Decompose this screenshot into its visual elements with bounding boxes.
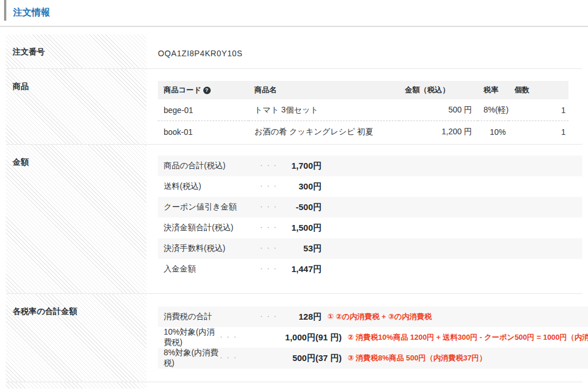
amount-label: 金額 — [13, 157, 146, 167]
amount-row-label: 決済手数料(税込) — [164, 243, 258, 254]
dots-leader: ・・・ — [258, 162, 276, 170]
amount-row-value: 300円 — [276, 181, 322, 192]
section-products: 商品 商品コード? 商品名 金額（税込） 税率 個数 bege-01 — [6, 69, 582, 145]
section-amount: 金額 商品の合計(税込) ・・・ 1,700円 送料(税込) ・・・ 300円 … — [6, 145, 582, 294]
product-code: bege-01 — [158, 99, 249, 121]
amount-row-coupon: クーポン値引き金額 ・・・ -500円 — [158, 197, 582, 218]
amount-content: 商品の合計(税込) ・・・ 1,700円 送料(税込) ・・・ 300円 クーポ… — [158, 145, 582, 293]
section-tax-totals: 各税率の合計金額 消費税の合計 ・・・ 128円 ① ②の内消費税 + ③の内消… — [6, 294, 582, 382]
product-name: お酒の肴 クッキングレシピ 初夏 — [249, 121, 399, 143]
dots-leader: ・・・ — [218, 354, 235, 362]
section-order-number: 注文番号 OQA1ZI8P4KR0Y10S — [6, 34, 582, 69]
dots-leader: ・・・ — [258, 265, 276, 273]
product-price: 500 円 — [399, 99, 478, 121]
tax-row-total: 消費税の合計 ・・・ 128円 ① ②の内消費税 + ③の内消費税 — [158, 306, 588, 327]
amount-row-fee: 決済手数料(税込) ・・・ 53円 — [158, 238, 582, 259]
dots-leader: ・・・ — [258, 203, 276, 211]
tax-row-label: 消費税の合計 — [164, 312, 258, 322]
tax-row-value: 1,000円(91 円) — [235, 332, 342, 343]
amount-row-label: クーポン値引き金額 — [164, 202, 258, 212]
amount-row-shipping: 送料(税込) ・・・ 300円 — [158, 176, 582, 197]
amount-row-payment-total: 決済金額合計(税込) ・・・ 1,500円 — [158, 218, 582, 238]
products-header-row: 商品コード? 商品名 金額（税込） 税率 個数 — [158, 81, 568, 99]
amount-row-deposit: 入金金額 ・・・ 1,447円 — [158, 259, 582, 280]
page-title: 注文情報 — [13, 6, 588, 19]
amount-row-subtotal: 商品の合計(税込) ・・・ 1,700円 — [158, 156, 582, 176]
products-table: 商品コード? 商品名 金額（税込） 税率 個数 bege-01 トマト 3個セッ… — [158, 81, 568, 142]
tax-row-8pct: 8%対象(内消費税) ・・・ 500円(37 円) ③ 消費税8%商品 500円… — [158, 348, 588, 368]
col-header-product-name: 商品名 — [249, 81, 399, 99]
tax-row-value: 128円 — [276, 312, 322, 323]
amount-row-label: 決済金額合計(税込) — [164, 223, 258, 233]
dots-leader: ・・・ — [218, 333, 235, 341]
next-stub-content — [158, 382, 582, 392]
amount-row-label: 入金金額 — [164, 264, 258, 274]
order-number-value: OQA1ZI8P4KR0Y10S — [158, 49, 242, 58]
dots-leader: ・・・ — [258, 183, 276, 191]
product-code: book-01 — [158, 121, 249, 143]
tax-row-10pct: 10%対象(内消費税) ・・・ 1,000円(91 円) ② 消費税10%商品 … — [158, 327, 588, 348]
tax-totals-content: 消費税の合計 ・・・ 128円 ① ②の内消費税 + ③の内消費税 10%対象(… — [158, 294, 588, 382]
product-qty: 1 — [509, 99, 568, 121]
amount-row-value: 53円 — [276, 243, 322, 254]
products-label-cell: 商品 — [6, 69, 146, 144]
dots-leader: ・・・ — [258, 313, 276, 321]
tax-row-note: ② 消費税10%商品 1200円 + 送料300円 - クーポン500円 = 1… — [347, 332, 588, 343]
dots-leader: ・・・ — [258, 224, 276, 232]
order-number-content: OQA1ZI8P4KR0Y10S — [158, 34, 582, 68]
product-price: 1,200 円 — [399, 121, 478, 143]
products-content: 商品コード? 商品名 金額（税込） 税率 個数 bege-01 トマト 3個セッ… — [158, 69, 582, 144]
page-title-wrap: 注文情報 — [4, 0, 588, 21]
col-header-tax-rate: 税率 — [478, 81, 509, 99]
order-number-label: 注文番号 — [13, 46, 146, 57]
tax-row-value: 500円(37 円) — [235, 353, 342, 364]
next-stub-label-cell — [6, 382, 146, 389]
dots-leader: ・・・ — [258, 244, 276, 253]
tax-totals-label-cell: 各税率の合計金額 — [6, 294, 146, 382]
amount-row-value: 1,700円 — [276, 161, 322, 172]
order-number-label-cell: 注文番号 — [6, 34, 146, 68]
col-header-product-code: 商品コード? — [158, 81, 249, 99]
amount-label-cell: 金額 — [6, 145, 146, 293]
tax-row-label: 10%対象(内消費税) — [164, 327, 218, 348]
amount-row-label: 送料(税込) — [164, 181, 258, 192]
product-name: トマト 3個セット — [249, 99, 399, 121]
product-qty: 1 — [509, 121, 568, 143]
col-header-price: 金額（税込） — [399, 81, 478, 99]
amount-row-label: 商品の合計(税込) — [164, 161, 258, 171]
tax-row-note: ③ 消費税8%商品 500円（内消費税37円） — [347, 353, 486, 363]
amount-row-value: 1,447円 — [276, 264, 322, 275]
table-row: book-01 お酒の肴 クッキングレシピ 初夏 1,200 円 10% 1 — [158, 121, 568, 143]
amount-row-value: 1,500円 — [276, 223, 322, 234]
products-label: 商品 — [13, 81, 146, 91]
tax-totals-label: 各税率の合計金額 — [13, 306, 146, 316]
product-code-header-label: 商品コード — [164, 86, 202, 94]
help-icon[interactable]: ? — [203, 87, 211, 94]
amount-row-value: -500円 — [276, 202, 322, 213]
section-next-stub — [6, 382, 582, 389]
tax-row-label: 8%対象(内消費税) — [164, 348, 218, 368]
product-tax-rate: 10% — [478, 121, 509, 143]
product-tax-rate: 8%(軽) — [478, 99, 509, 121]
tax-row-note: ① ②の内消費税 + ③の内消費税 — [327, 312, 432, 322]
table-row: bege-01 トマト 3個セット 500 円 8%(軽) 1 — [158, 99, 568, 121]
page-header: 注文情報 — [0, 0, 588, 27]
col-header-qty: 個数 — [509, 81, 568, 99]
order-info-sections: 注文番号 OQA1ZI8P4KR0Y10S 商品 商品コード? 商品名 金額（税… — [6, 34, 582, 389]
